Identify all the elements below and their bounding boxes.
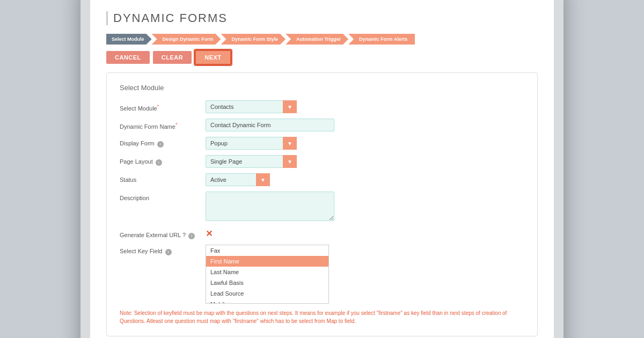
page-layout-info-icon[interactable]: i <box>156 159 162 166</box>
note-text: Note: Selection of keyfield must be map … <box>120 309 524 325</box>
select-module-wrap: Contacts ▼ <box>206 100 297 113</box>
label-key-field: Select Key Field i <box>120 245 206 255</box>
row-select-module: Select Module* Contacts ▼ <box>120 100 524 113</box>
label-select-module: Select Module* <box>120 100 206 112</box>
laptop-screen: DYNAMIC FORMS Select Module Design Dynam… <box>90 0 554 338</box>
list-item[interactable]: First Name <box>206 256 328 267</box>
field-select-module: Contacts ▼ <box>206 100 524 113</box>
page-layout-input[interactable]: Single Page <box>206 155 297 168</box>
row-page-layout: Page Layout i Single Page ▼ <box>120 155 524 168</box>
label-description: Description <box>120 192 206 201</box>
form-name-input[interactable] <box>206 119 334 131</box>
field-page-layout: Single Page ▼ <box>206 155 524 168</box>
page-title: DYNAMIC FORMS <box>106 11 538 25</box>
list-item[interactable]: Mobile <box>206 299 328 304</box>
key-field-list[interactable]: Fax First Name Last Name Lawful Basis Le… <box>206 245 329 304</box>
label-display-form: Display Form i <box>120 137 206 148</box>
field-description <box>206 192 524 223</box>
row-form-name: Dynamic Form Name* <box>120 119 524 131</box>
list-item[interactable]: Last Name <box>206 267 328 277</box>
display-form-input[interactable]: Popup <box>206 137 297 150</box>
row-display-form: Display Form i Popup ▼ <box>120 137 524 150</box>
status-wrap: Active ▼ <box>206 173 270 186</box>
field-external-url: ✕ <box>206 229 524 239</box>
toolbar: CANCEL CLEAR NEXT <box>106 50 538 65</box>
label-page-layout: Page Layout i <box>120 155 206 166</box>
label-external-url: Generate External URL ? i <box>120 229 206 239</box>
list-item[interactable]: Lead Source <box>206 288 328 299</box>
list-item[interactable]: Fax <box>206 245 328 256</box>
form-section-title: Select Module <box>120 84 524 92</box>
next-button[interactable]: NEXT <box>195 50 231 65</box>
external-url-x-icon[interactable]: ✕ <box>206 229 213 238</box>
list-item[interactable]: Lawful Basis <box>206 277 328 288</box>
status-input[interactable]: Active <box>206 173 270 186</box>
label-form-name: Dynamic Form Name* <box>120 119 206 130</box>
step-automation[interactable]: Automation Trigger <box>286 34 348 45</box>
key-field-info-icon[interactable]: i <box>165 249 172 255</box>
display-form-wrap: Popup ▼ <box>206 137 297 150</box>
page-content: DYNAMIC FORMS Select Module Design Dynam… <box>90 0 554 338</box>
external-url-info-icon[interactable]: i <box>188 233 195 239</box>
display-form-info-icon[interactable]: i <box>157 141 164 148</box>
field-display-form: Popup ▼ <box>206 137 524 150</box>
step-alerts[interactable]: Dynamic Form Alerts <box>348 34 415 45</box>
label-status: Status <box>120 173 206 183</box>
form-card: Select Module Select Module* Contacts ▼ <box>106 72 538 336</box>
field-form-name <box>206 119 524 131</box>
step-design-form[interactable]: Design Dynamic Form <box>152 34 221 45</box>
row-description: Description <box>120 192 524 223</box>
field-key-field: Fax First Name Last Name Lawful Basis Le… <box>206 245 524 304</box>
row-external-url: Generate External URL ? i ✕ <box>120 229 524 239</box>
row-status: Status Active ▼ <box>120 173 524 186</box>
description-input[interactable] <box>206 192 334 221</box>
clear-button[interactable]: CLEAR <box>153 51 192 64</box>
select-module-input[interactable]: Contacts <box>206 100 297 113</box>
laptop-container: DYNAMIC FORMS Select Module Design Dynam… <box>80 0 564 338</box>
stepper: Select Module Design Dynamic Form Dynami… <box>106 34 538 45</box>
page-layout-wrap: Single Page ▼ <box>206 155 297 168</box>
row-key-field: Select Key Field i Fax First Name Last N… <box>120 245 524 304</box>
cancel-button[interactable]: CANCEL <box>106 51 150 64</box>
field-status: Active ▼ <box>206 173 524 186</box>
step-select-module[interactable]: Select Module <box>106 34 152 45</box>
step-form-style[interactable]: Dynamic Form Style <box>221 34 286 45</box>
